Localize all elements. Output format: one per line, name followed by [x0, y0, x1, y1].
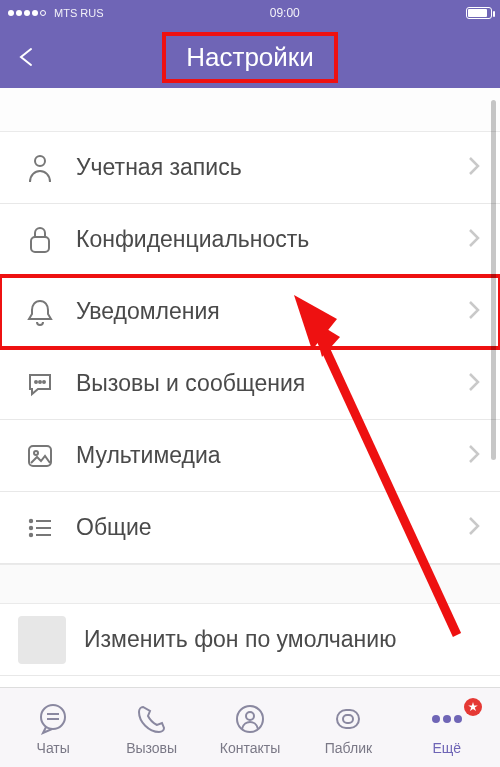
settings-row-label: Уведомления — [76, 298, 468, 325]
person-icon — [22, 153, 58, 183]
section-gap — [0, 564, 500, 604]
chat-icon — [36, 702, 70, 736]
tab-label: Ещё — [433, 740, 462, 756]
tab-label: Паблик — [325, 740, 372, 756]
svg-point-11 — [30, 533, 32, 535]
chevron-right-icon — [468, 228, 480, 252]
settings-row-general[interactable]: Общие — [0, 492, 500, 564]
tab-bar: Чаты Вызовы Контакты Паблик Ещё — [0, 687, 500, 767]
tab-more[interactable]: Ещё — [398, 702, 496, 756]
settings-row-label: Общие — [76, 514, 468, 541]
title-highlight-box: Настройки — [162, 32, 338, 83]
tab-calls[interactable]: Вызовы — [102, 702, 200, 756]
settings-row-account[interactable]: Учетная запись — [0, 132, 500, 204]
tab-label: Чаты — [37, 740, 70, 756]
settings-row-label: Учетная запись — [76, 154, 468, 181]
svg-rect-1 — [31, 237, 49, 252]
chevron-right-icon — [468, 372, 480, 396]
section-gap — [0, 88, 500, 132]
signal-dots-icon — [8, 10, 46, 16]
settings-row-notifications[interactable]: Уведомления — [0, 276, 500, 348]
svg-point-4 — [43, 381, 45, 383]
settings-row-label: Вызовы и сообщения — [76, 370, 468, 397]
notification-badge — [464, 698, 482, 716]
svg-point-0 — [35, 156, 45, 166]
tab-label: Контакты — [220, 740, 280, 756]
svg-rect-21 — [337, 710, 359, 728]
status-bar: MTS RUS 09:00 — [0, 0, 500, 26]
svg-point-20 — [246, 712, 254, 720]
more-icon — [430, 702, 464, 736]
background-thumbnail — [18, 616, 66, 664]
list-icon — [22, 517, 58, 539]
carrier-label: MTS RUS — [54, 7, 104, 19]
tab-label: Вызовы — [126, 740, 177, 756]
svg-point-25 — [454, 715, 462, 723]
status-right — [466, 7, 492, 19]
settings-row-label: Конфиденциальность — [76, 226, 468, 253]
chat-bubble-icon — [22, 370, 58, 398]
settings-row-background[interactable]: Изменить фон по умолчанию — [0, 604, 500, 676]
svg-rect-22 — [343, 715, 353, 723]
chevron-right-icon — [468, 156, 480, 180]
tab-chats[interactable]: Чаты — [4, 702, 102, 756]
svg-point-7 — [30, 519, 32, 521]
svg-point-6 — [34, 451, 38, 455]
page-title: Настройки — [166, 36, 334, 79]
chevron-right-icon — [468, 516, 480, 540]
svg-point-23 — [432, 715, 440, 723]
tab-contacts[interactable]: Контакты — [201, 702, 299, 756]
contact-icon — [234, 702, 266, 736]
phone-icon — [136, 702, 168, 736]
back-arrow-icon — [16, 45, 40, 69]
settings-list: Учетная запись Конфиденциальность Уведом… — [0, 132, 500, 564]
status-time: 09:00 — [104, 6, 467, 20]
back-button[interactable] — [10, 39, 46, 75]
app-screen: MTS RUS 09:00 Настройки Учетная запись — [0, 0, 500, 767]
svg-marker-26 — [468, 702, 478, 711]
image-icon — [22, 443, 58, 469]
public-icon — [332, 702, 364, 736]
settings-row-label: Изменить фон по умолчанию — [84, 626, 484, 653]
tab-public[interactable]: Паблик — [299, 702, 397, 756]
svg-point-2 — [35, 381, 37, 383]
svg-point-24 — [443, 715, 451, 723]
settings-row-media[interactable]: Мультимедиа — [0, 420, 500, 492]
chevron-right-icon — [468, 300, 480, 324]
bell-icon — [22, 297, 58, 327]
scrollbar[interactable] — [491, 100, 496, 460]
battery-icon — [466, 7, 492, 19]
chevron-right-icon — [468, 444, 480, 468]
settings-row-label: Мультимедиа — [76, 442, 468, 469]
svg-point-16 — [41, 705, 65, 729]
svg-point-3 — [39, 381, 41, 383]
settings-row-privacy[interactable]: Конфиденциальность — [0, 204, 500, 276]
settings-row-calls-messages[interactable]: Вызовы и сообщения — [0, 348, 500, 420]
lock-icon — [22, 225, 58, 255]
svg-point-9 — [30, 526, 32, 528]
nav-bar: Настройки — [0, 26, 500, 88]
status-left: MTS RUS — [8, 7, 104, 19]
